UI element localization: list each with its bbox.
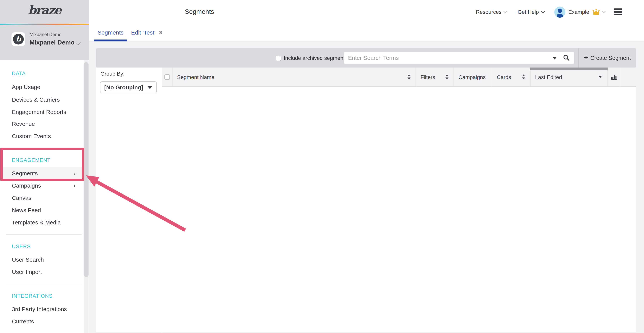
column-header-chart[interactable] (608, 68, 620, 86)
select-all-cell (162, 68, 172, 86)
sort-arrows-icon[interactable] (522, 74, 525, 79)
group-by-select[interactable]: [No Grouping] (100, 81, 157, 93)
sort-arrows-icon[interactable] (408, 74, 410, 79)
sidebar-item-label: Engagement Reports (12, 109, 66, 115)
close-icon[interactable]: ✖ (159, 30, 163, 35)
column-label: Segment Name (177, 74, 214, 80)
resources-menu[interactable]: Resources (476, 9, 507, 15)
column-label: Filters (420, 74, 435, 80)
bar-chart-icon (610, 74, 617, 80)
braze-app: braze b Mixpanel Demo Mixpanel Demo DATA… (0, 0, 644, 333)
sidebar-item-news-feed[interactable]: News Feed (0, 204, 82, 216)
sidebar-item-canvas[interactable]: Canvas (0, 192, 82, 204)
top-header: Segments Resources Get Help Exampl (89, 0, 644, 24)
sort-desc-caret-icon[interactable] (599, 76, 602, 78)
group-by-label: Group By: (100, 71, 124, 77)
sidebar-item-custom-events[interactable]: Custom Events (0, 130, 82, 142)
column-header-filters[interactable]: Filters (416, 68, 454, 86)
create-segment-label: Create Segment (590, 55, 631, 61)
braze-b-icon: b (13, 34, 24, 45)
sidebar-item-user-import[interactable]: User Import (0, 266, 82, 278)
hamburger-menu-icon[interactable] (614, 9, 622, 15)
sidebar-item-3rd-party-integrations[interactable]: 3rd Party Integrations (0, 303, 82, 315)
get-help-label: Get Help (518, 9, 539, 15)
column-header-empty (620, 68, 636, 86)
sidebar-item-label: 3rd Party Integrations (12, 306, 67, 312)
tab-edit-test[interactable]: Edit 'Test' ✖ (129, 24, 165, 41)
sidebar-item-revenue[interactable]: Revenue (0, 118, 82, 130)
tabs-bar: Segments Edit 'Test' ✖ (89, 24, 644, 42)
search-dropdown-caret-icon[interactable] (553, 57, 556, 60)
sidebar-item-label: App Usage (12, 84, 40, 90)
group-by-value: [No Grouping] (104, 82, 143, 93)
sidebar-item-label: Custom Events (12, 133, 51, 139)
sidebar-item-label: Templates & Media (12, 219, 61, 226)
sidebar-item-label: Campaigns (12, 182, 41, 189)
search-placeholder: Enter Search Terms (348, 52, 399, 64)
sidebar-item-label: Currents (12, 318, 34, 324)
sidebar-item-user-search[interactable]: User Search (0, 254, 82, 266)
sidebar-item-label: Devices & Carriers (12, 96, 60, 103)
tab-label: Segments (98, 29, 124, 36)
column-header-last-edited[interactable]: Last Edited (530, 68, 608, 86)
plus-icon: + (584, 54, 588, 62)
include-archived-label: Include archived segments (284, 48, 348, 68)
table-header-row: Segment NameFiltersCampaignsCardsLast Ed… (162, 68, 636, 87)
chevron-down-icon[interactable] (602, 10, 606, 13)
column-header-cards[interactable]: Cards (492, 68, 530, 86)
chevron-down-icon (541, 10, 545, 13)
sidebar-section-header-users: USERS (0, 240, 82, 253)
select-all-checkbox[interactable] (164, 74, 170, 80)
sidebar-divider (6, 234, 82, 235)
include-archived-checkbox[interactable] (276, 56, 281, 61)
user-avatar[interactable] (554, 6, 565, 18)
workspace-app-label: Mixpanel Demo (30, 32, 62, 37)
resources-label: Resources (476, 9, 502, 15)
sidebar-item-devices-carriers[interactable]: Devices & Carriers (0, 94, 82, 106)
segments-table: Segment NameFiltersCampaignsCardsLast Ed… (162, 68, 636, 332)
sidebar-header: braze b Mixpanel Demo Mixpanel Demo (0, 0, 89, 60)
username[interactable]: Example (568, 9, 589, 15)
create-segment-button[interactable]: + Create Segment (579, 48, 636, 68)
sidebar-item-label: Revenue (12, 120, 35, 127)
braze-logo: braze (0, 3, 89, 17)
dropdown-caret-icon (148, 86, 152, 89)
chevron-right-icon: › (74, 180, 76, 192)
sidebar-item-currents[interactable]: Currents (0, 315, 82, 328)
sidebar-section-header-data: DATA (0, 68, 82, 80)
search-input[interactable]: Enter Search Terms (344, 52, 574, 64)
sidebar-item-label: News Feed (12, 207, 41, 213)
crown-icon (592, 9, 600, 15)
brand-gradient-divider (0, 24, 89, 25)
page-title: Segments (185, 0, 214, 24)
workspace-switcher[interactable]: Mixpanel Demo (30, 39, 74, 46)
header-right-cluster: Resources Get Help Example (476, 0, 644, 24)
tab-label: Edit 'Test' (131, 29, 156, 36)
column-label: Last Edited (535, 74, 562, 80)
chevron-down-icon (504, 10, 508, 13)
annotation-highlight-box (0, 148, 84, 181)
sidebar-item-label: User Import (12, 268, 42, 275)
active-tab-underline (94, 40, 127, 42)
column-label: Cards (497, 74, 511, 80)
tab-segments[interactable]: Segments (94, 24, 127, 41)
get-help-menu[interactable]: Get Help (518, 9, 544, 15)
sidebar-item-templates-media[interactable]: Templates & Media (0, 216, 82, 229)
chevron-down-icon (76, 40, 81, 45)
segments-toolbar: Include archived segments Enter Search T… (96, 48, 636, 68)
sidebar-item-label: Canvas (12, 194, 32, 201)
sort-arrows-icon[interactable] (446, 74, 448, 79)
sidebar-item-engagement-reports[interactable]: Engagement Reports (0, 106, 82, 118)
group-by-panel: Group By: [No Grouping] (96, 68, 162, 332)
sidebar-item-app-usage[interactable]: App Usage (0, 81, 82, 93)
column-header-campaigns[interactable]: Campaigns (454, 68, 492, 86)
column-header-segment-name[interactable]: Segment Name (172, 68, 416, 86)
sidebar-section-header-integrations: INTEGRATIONS (0, 290, 82, 302)
workspace-app-icon[interactable]: b (12, 32, 25, 46)
sidebar-scrollbar-thumb[interactable] (84, 62, 88, 277)
sidebar-item-campaigns[interactable]: Campaigns› (0, 180, 82, 192)
sidebar-divider (6, 284, 82, 284)
search-icon[interactable] (563, 55, 570, 61)
column-label: Campaigns (458, 74, 486, 80)
sidebar-item-label: User Search (12, 256, 44, 263)
